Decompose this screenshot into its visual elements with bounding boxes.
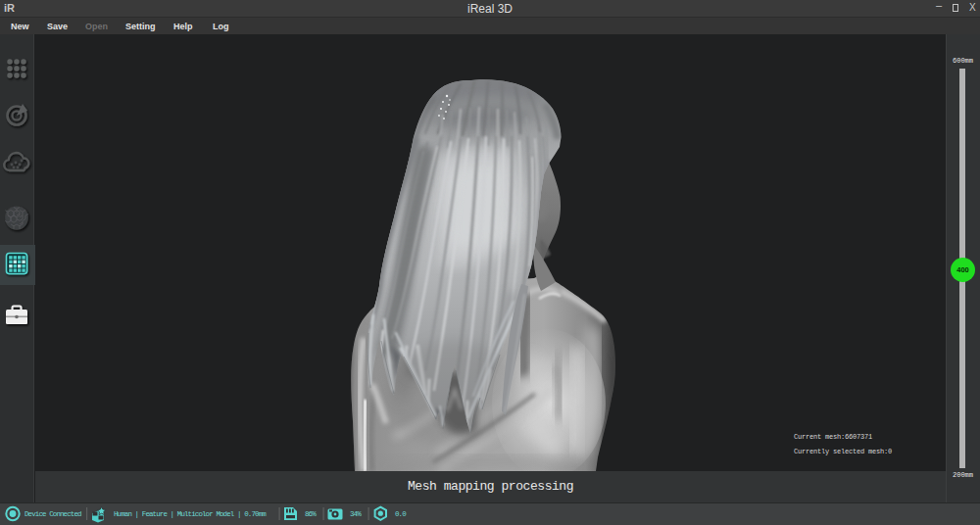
svg-text:0.0: 0.0	[395, 510, 407, 518]
svg-text:34%: 34%	[350, 510, 362, 518]
svg-text:Device Connected: Device Connected	[24, 510, 81, 518]
svg-text:Human | Feature | Multicolor M: Human | Feature | Multicolor Model | 0.7…	[114, 510, 267, 518]
svg-text:86%: 86%	[305, 510, 317, 518]
